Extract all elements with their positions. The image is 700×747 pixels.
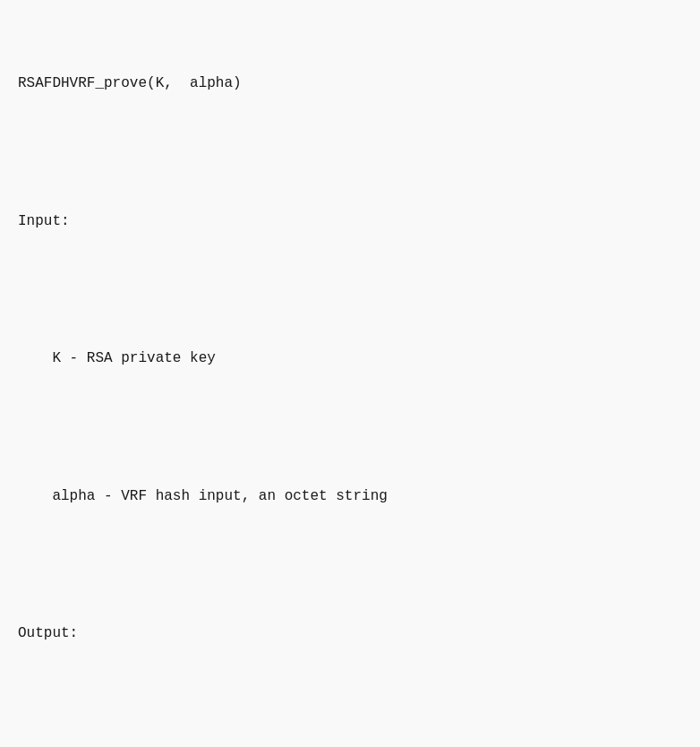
blank5 <box>18 691 673 715</box>
output-label: Output: <box>18 622 673 646</box>
blank3 <box>18 416 673 440</box>
page-container: RSAFDHVRF_prove(K, alpha) Input: K - RSA… <box>0 0 700 747</box>
input-label: Input: <box>18 210 673 234</box>
blank1 <box>18 142 673 165</box>
blank2 <box>18 279 673 303</box>
input-alpha: alpha - VRF hash input, an octet string <box>18 485 673 509</box>
blank4 <box>18 554 673 578</box>
function-signature: RSAFDHVRF_prove(K, alpha) <box>18 73 673 96</box>
code-block: RSAFDHVRF_prove(K, alpha) Input: K - RSA… <box>18 27 673 747</box>
input-k: K - RSA private key <box>18 348 673 371</box>
